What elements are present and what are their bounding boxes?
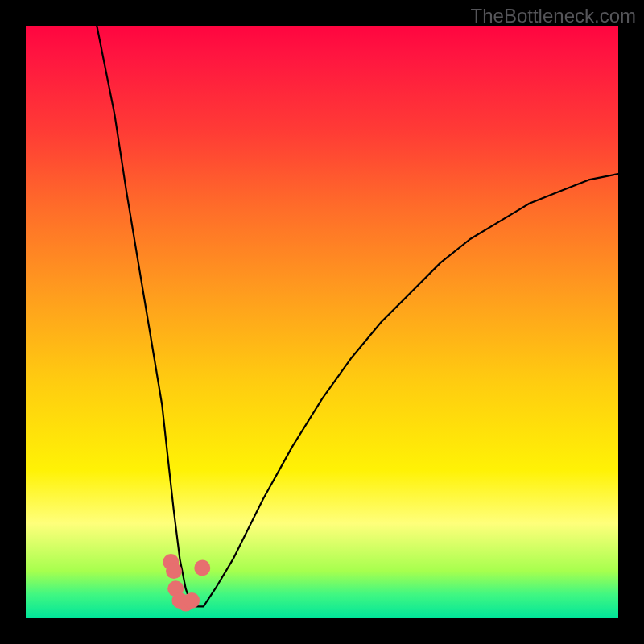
plot-area [26, 26, 618, 618]
marker-dots [163, 554, 210, 612]
bottleneck-curve [97, 26, 618, 606]
marker-dot [194, 559, 210, 576]
marker-dot [166, 563, 182, 579]
marker-dot [184, 592, 200, 609]
watermark-text: TheBottleneck.com [471, 5, 636, 27]
chart-svg [26, 26, 618, 618]
